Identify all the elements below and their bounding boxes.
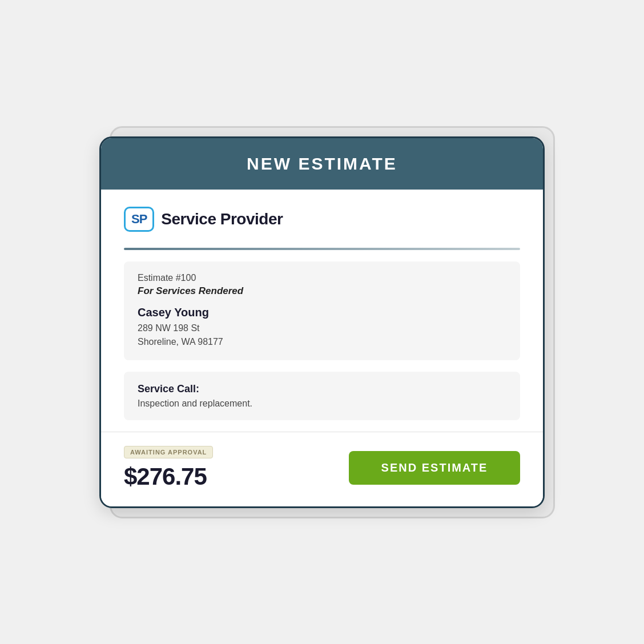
card-container: NEW ESTIMATE SP Service Provider Estimat… — [99, 136, 545, 508]
estimate-number: Estimate #100 — [138, 273, 506, 283]
customer-name: Casey Young — [138, 306, 506, 319]
status-badge: AWAITING APPROVAL — [124, 446, 213, 458]
logo-badge: SP — [124, 207, 154, 232]
send-estimate-button[interactable]: SEND ESTIMATE — [349, 451, 520, 485]
logo-company-name: Service Provider — [161, 210, 283, 228]
service-description: Inspection and replacement. — [138, 399, 506, 409]
service-box: Service Call: Inspection and replacement… — [124, 372, 520, 420]
logo-area: SP Service Provider — [124, 207, 520, 232]
logo-badge-text: SP — [131, 212, 147, 227]
customer-address-line1: 289 NW 198 St — [138, 321, 506, 335]
card-footer: AWAITING APPROVAL $276.75 SEND ESTIMATE — [101, 432, 543, 506]
divider — [124, 248, 520, 250]
customer-address-line2: Shoreline, WA 98177 — [138, 335, 506, 349]
estimate-info-box: Estimate #100 For Services Rendered Case… — [124, 261, 520, 360]
estimate-subtitle: For Services Rendered — [138, 285, 506, 297]
card-header: NEW ESTIMATE — [101, 138, 543, 190]
card-body: SP Service Provider Estimate #100 For Se… — [101, 190, 543, 420]
main-card: NEW ESTIMATE SP Service Provider Estimat… — [99, 136, 545, 508]
outer-wrapper: Customizable Template NEW ESTIMATE SP Se… — [65, 65, 579, 579]
footer-left: AWAITING APPROVAL $276.75 — [124, 446, 213, 490]
service-label: Service Call: — [138, 383, 506, 395]
total-amount: $276.75 — [124, 463, 213, 490]
card-header-title: NEW ESTIMATE — [124, 154, 520, 174]
